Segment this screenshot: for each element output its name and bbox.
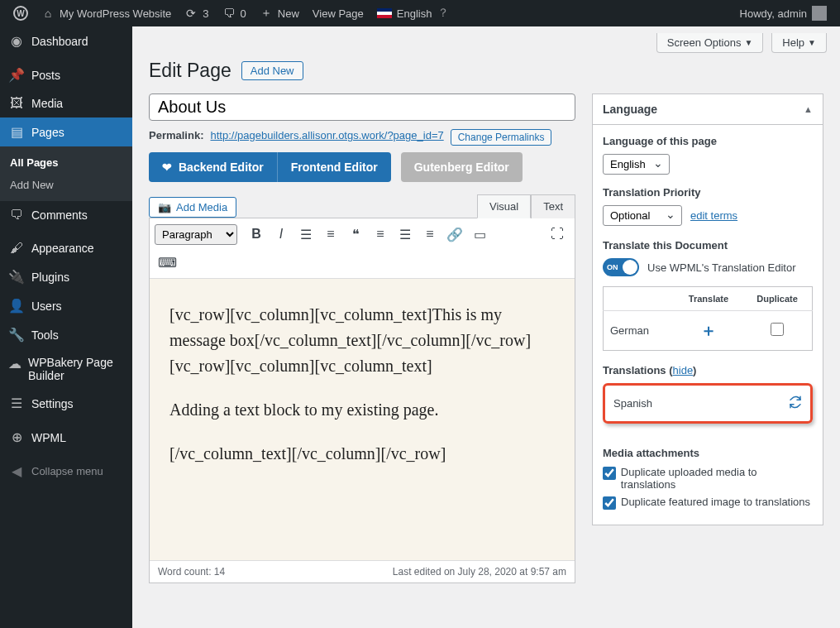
text-tab[interactable]: Text [531, 194, 575, 218]
view-page-label: View Page [313, 7, 364, 20]
read-more-button[interactable]: ▭ [467, 222, 492, 247]
lang-spanish: Spanish [613, 397, 652, 410]
language-title: Language [603, 103, 657, 116]
language-switcher[interactable]: English ？ [370, 0, 457, 26]
translation-row-spanish[interactable]: Spanish [603, 383, 813, 424]
chevron-down-icon: ▼ [744, 38, 752, 47]
screen-options-toggle[interactable]: Screen Options ▼ [656, 33, 764, 53]
wp-logo-menu[interactable]: W [7, 0, 35, 26]
menu-pages[interactable]: ▤ Pages [0, 117, 132, 146]
hide-translations-link[interactable]: hide [673, 364, 694, 376]
media-opt2-label[interactable]: Duplicate featured image to translations [603, 496, 813, 510]
backend-editor-button[interactable]: ❤ Backend Editor [149, 152, 277, 182]
comment-icon: 🗨 [222, 7, 236, 20]
visual-tab[interactable]: Visual [477, 194, 531, 218]
link-button[interactable]: 🔗 [442, 222, 467, 247]
translate-table: Translate Duplicate German ＋ [603, 286, 813, 351]
plus-icon: ＋ [260, 6, 273, 21]
align-left-button[interactable]: ≡ [368, 222, 393, 247]
add-media-label: Add Media [176, 201, 227, 213]
menu-settings[interactable]: ☰ Settings [0, 389, 132, 418]
content-editor[interactable]: [vc_row][vc_column][vc_column_text]This … [150, 279, 575, 560]
admin-sidebar: ◉ Dashboard 📌 Posts 🖾 Media ▤ Pages All … [0, 26, 132, 628]
translate-german-button[interactable]: ＋ [700, 321, 717, 339]
view-page-link[interactable]: View Page [306, 0, 370, 26]
gutenberg-editor-button[interactable]: Gutenberg Editor [401, 152, 523, 182]
collapse-menu[interactable]: ◀ Collapse menu [0, 457, 132, 486]
duplicate-german-checkbox[interactable] [771, 323, 784, 336]
menu-wpml[interactable]: ⊕ WPML [0, 423, 132, 452]
change-permalinks-button[interactable]: Change Permalinks [451, 129, 552, 146]
refresh-icon[interactable] [789, 395, 802, 411]
duplicate-media-checkbox[interactable] [603, 467, 616, 480]
media-attach-label: Media attachments [603, 447, 813, 459]
admin-bar: W ⌂ My WordPress Website ⟳ 3 🗨 0 ＋ New V… [0, 0, 840, 26]
help-label: Help [782, 36, 804, 49]
screen-options-label: Screen Options [667, 36, 742, 49]
dashboard-icon: ◉ [8, 33, 25, 49]
media-icon: 🖾 [8, 96, 25, 111]
add-media-button[interactable]: 📷 Add Media [149, 197, 236, 218]
wordpress-logo-icon: W [13, 6, 28, 21]
menu-plugins[interactable]: 🔌 Plugins [0, 262, 132, 291]
submenu-add-new[interactable]: Add New [0, 174, 132, 196]
site-name-link[interactable]: ⌂ My WordPress Website [35, 0, 178, 26]
menu-label: Tools [31, 328, 59, 342]
toolbar-toggle-button[interactable]: ⌨ [155, 250, 179, 275]
updates-link[interactable]: ⟳ 3 [178, 0, 215, 26]
post-title-input[interactable] [149, 93, 575, 121]
help-toggle[interactable]: Help ▼ [771, 33, 827, 53]
bold-button[interactable]: B [244, 222, 269, 247]
fullscreen-button[interactable]: ⛶ [545, 222, 570, 247]
help-icon: ？ [437, 6, 450, 21]
menu-wpbakery[interactable]: ☁ WPBakery Page Builder [0, 349, 132, 389]
menu-dashboard[interactable]: ◉ Dashboard [0, 26, 132, 55]
quote-button[interactable]: ❝ [343, 222, 368, 247]
th-translate: Translate [675, 287, 742, 311]
align-center-button[interactable]: ☰ [393, 222, 418, 247]
translation-editor-toggle[interactable]: ON [603, 258, 639, 276]
howdy-text: Howdy, admin [740, 7, 807, 20]
submenu-pages: All Pages Add New [0, 146, 132, 201]
menu-appearance[interactable]: 🖌 Appearance [0, 234, 132, 262]
page-icon: ▤ [8, 124, 25, 140]
menu-posts[interactable]: 📌 Posts [0, 60, 132, 89]
language-metabox-toggle[interactable]: Language ▲ [593, 94, 823, 125]
update-icon: ⟳ [184, 7, 198, 20]
menu-users[interactable]: 👤 Users [0, 291, 132, 320]
new-label: New [278, 7, 299, 20]
edit-terms-link[interactable]: edit terms [690, 209, 737, 222]
frontend-editor-button[interactable]: Frontend Editor [277, 152, 391, 182]
bullet-list-button[interactable]: ☰ [294, 222, 318, 247]
media-opt2-text: Duplicate featured image to translations [621, 496, 810, 508]
italic-button[interactable]: I [269, 222, 294, 247]
plug-icon: 🔌 [8, 269, 25, 285]
numbered-list-button[interactable]: ≡ [318, 222, 343, 247]
translate-row-german: German ＋ [604, 311, 813, 351]
menu-tools[interactable]: 🔧 Tools [0, 320, 132, 349]
comments-link[interactable]: 🗨 0 [216, 0, 253, 26]
content-p3: [/vc_column_text][/vc_column][/vc_row] [169, 441, 555, 467]
user-icon: 👤 [8, 298, 25, 314]
avatar [812, 6, 827, 21]
toggle-label: Use WPML's Translation Editor [647, 261, 796, 274]
my-account-link[interactable]: Howdy, admin [733, 0, 833, 26]
submenu-all-pages[interactable]: All Pages [0, 151, 132, 174]
menu-label: Posts [31, 69, 60, 82]
new-content-link[interactable]: ＋ New [253, 0, 306, 26]
menu-comments[interactable]: 🗨 Comments [0, 201, 132, 229]
main-content: Screen Options ▼ Help ▼ Edit Page Add Ne… [132, 26, 840, 628]
priority-select[interactable]: Optional [603, 205, 682, 226]
menu-media[interactable]: 🖾 Media [0, 89, 132, 117]
content-p1: [vc_row][vc_column][vc_column_text]This … [169, 302, 555, 379]
duplicate-featured-checkbox[interactable] [603, 496, 616, 510]
comments-count: 0 [241, 7, 246, 20]
media-opt1-label[interactable]: Duplicate uploaded media to translations [603, 466, 813, 491]
page-language-select[interactable]: English [603, 154, 670, 175]
add-new-button[interactable]: Add New [241, 61, 303, 80]
editor-box: Paragraph B I ☰ ≡ ❝ ≡ ☰ ≡ 🔗 ▭ ⛶ ⌨ [149, 218, 575, 583]
align-right-button[interactable]: ≡ [418, 222, 442, 247]
permalink-url[interactable]: http://pagebuilders.allisonr.otgs.work/?… [210, 129, 443, 141]
paragraph-select[interactable]: Paragraph [155, 224, 237, 245]
priority-label: Translation Priority [603, 186, 813, 199]
